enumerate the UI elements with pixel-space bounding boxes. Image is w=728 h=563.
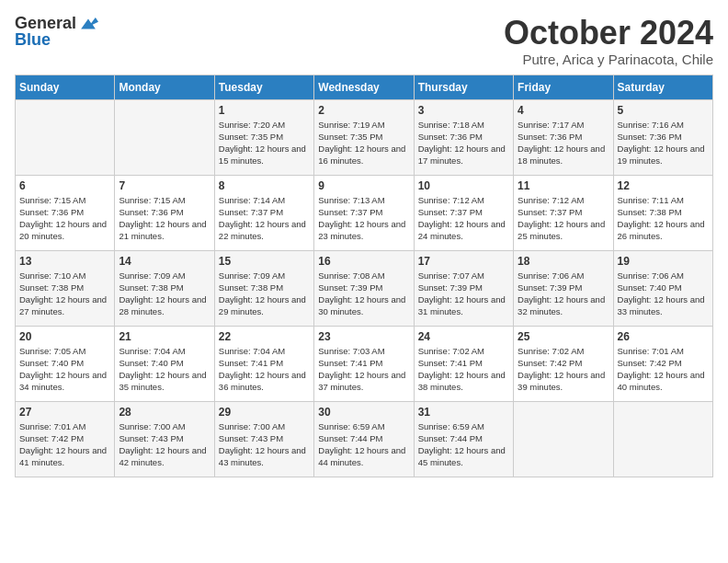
calendar-week-row: 6Sunrise: 7:15 AM Sunset: 7:36 PM Daylig… bbox=[16, 175, 713, 250]
day-info: Sunrise: 7:15 AM Sunset: 7:36 PM Dayligh… bbox=[19, 194, 110, 243]
logo: General Blue bbox=[15, 15, 98, 50]
calendar-cell: 6Sunrise: 7:15 AM Sunset: 7:36 PM Daylig… bbox=[16, 175, 115, 250]
calendar-week-row: 1Sunrise: 7:20 AM Sunset: 7:35 PM Daylig… bbox=[16, 99, 713, 175]
day-number: 20 bbox=[19, 330, 110, 343]
day-number: 24 bbox=[418, 330, 509, 343]
calendar-cell: 4Sunrise: 7:17 AM Sunset: 7:36 PM Daylig… bbox=[514, 99, 613, 175]
header-sunday: Sunday bbox=[16, 75, 115, 99]
logo-bird-icon bbox=[78, 16, 98, 32]
svg-marker-0 bbox=[81, 17, 98, 29]
day-info: Sunrise: 7:09 AM Sunset: 7:38 PM Dayligh… bbox=[119, 270, 210, 318]
calendar-cell: 9Sunrise: 7:13 AM Sunset: 7:37 PM Daylig… bbox=[314, 175, 414, 250]
day-info: Sunrise: 7:02 AM Sunset: 7:41 PM Dayligh… bbox=[418, 345, 509, 394]
month-title: October 2024 bbox=[504, 15, 713, 52]
day-number: 18 bbox=[518, 255, 609, 268]
day-info: Sunrise: 7:19 AM Sunset: 7:35 PM Dayligh… bbox=[318, 119, 409, 167]
day-info: Sunrise: 7:04 AM Sunset: 7:40 PM Dayligh… bbox=[119, 345, 210, 394]
calendar-cell: 14Sunrise: 7:09 AM Sunset: 7:38 PM Dayli… bbox=[115, 250, 214, 326]
day-info: Sunrise: 7:09 AM Sunset: 7:38 PM Dayligh… bbox=[219, 270, 310, 318]
day-number: 29 bbox=[219, 406, 310, 419]
calendar-cell: 8Sunrise: 7:14 AM Sunset: 7:37 PM Daylig… bbox=[214, 175, 313, 250]
calendar-cell: 18Sunrise: 7:06 AM Sunset: 7:39 PM Dayli… bbox=[514, 250, 613, 326]
day-number: 15 bbox=[219, 255, 310, 268]
day-number: 5 bbox=[618, 104, 709, 117]
day-info: Sunrise: 7:20 AM Sunset: 7:35 PM Dayligh… bbox=[219, 119, 310, 167]
day-info: Sunrise: 7:02 AM Sunset: 7:42 PM Dayligh… bbox=[518, 345, 609, 394]
location-title: Putre, Arica y Parinacota, Chile bbox=[504, 52, 713, 67]
day-number: 16 bbox=[318, 255, 409, 268]
title-block: October 2024 Putre, Arica y Parinacota, … bbox=[504, 15, 713, 67]
calendar-cell: 16Sunrise: 7:08 AM Sunset: 7:39 PM Dayli… bbox=[314, 250, 414, 326]
day-info: Sunrise: 7:16 AM Sunset: 7:36 PM Dayligh… bbox=[618, 119, 709, 167]
day-number: 22 bbox=[219, 330, 310, 343]
calendar-cell: 20Sunrise: 7:05 AM Sunset: 7:40 PM Dayli… bbox=[16, 326, 115, 401]
day-number: 4 bbox=[518, 104, 609, 117]
calendar-cell: 7Sunrise: 7:15 AM Sunset: 7:36 PM Daylig… bbox=[115, 175, 214, 250]
day-number: 28 bbox=[119, 406, 210, 419]
calendar-cell: 19Sunrise: 7:06 AM Sunset: 7:40 PM Dayli… bbox=[613, 250, 712, 326]
day-number: 21 bbox=[119, 330, 210, 343]
day-info: Sunrise: 7:06 AM Sunset: 7:40 PM Dayligh… bbox=[618, 270, 709, 318]
day-info: Sunrise: 7:17 AM Sunset: 7:36 PM Dayligh… bbox=[518, 119, 609, 167]
day-info: Sunrise: 7:12 AM Sunset: 7:37 PM Dayligh… bbox=[418, 194, 509, 243]
day-number: 13 bbox=[19, 255, 110, 268]
calendar-week-row: 13Sunrise: 7:10 AM Sunset: 7:38 PM Dayli… bbox=[16, 250, 713, 326]
day-info: Sunrise: 7:00 AM Sunset: 7:43 PM Dayligh… bbox=[119, 420, 210, 469]
logo-blue-text: Blue bbox=[15, 31, 51, 50]
day-info: Sunrise: 7:05 AM Sunset: 7:40 PM Dayligh… bbox=[19, 345, 110, 394]
calendar-header-row: SundayMondayTuesdayWednesdayThursdayFrid… bbox=[16, 75, 713, 99]
calendar-cell bbox=[16, 99, 115, 175]
calendar-cell: 2Sunrise: 7:19 AM Sunset: 7:35 PM Daylig… bbox=[314, 99, 414, 175]
calendar-cell bbox=[514, 401, 613, 477]
day-number: 25 bbox=[518, 330, 609, 343]
calendar-cell: 17Sunrise: 7:07 AM Sunset: 7:39 PM Dayli… bbox=[414, 250, 513, 326]
day-info: Sunrise: 7:10 AM Sunset: 7:38 PM Dayligh… bbox=[19, 270, 110, 318]
calendar-cell: 30Sunrise: 6:59 AM Sunset: 7:44 PM Dayli… bbox=[314, 401, 414, 477]
header-monday: Monday bbox=[115, 75, 214, 99]
day-info: Sunrise: 7:14 AM Sunset: 7:37 PM Dayligh… bbox=[219, 194, 310, 243]
day-info: Sunrise: 7:11 AM Sunset: 7:38 PM Dayligh… bbox=[618, 194, 709, 243]
calendar-cell: 26Sunrise: 7:01 AM Sunset: 7:42 PM Dayli… bbox=[613, 326, 712, 401]
calendar-cell: 13Sunrise: 7:10 AM Sunset: 7:38 PM Dayli… bbox=[16, 250, 115, 326]
calendar-cell: 23Sunrise: 7:03 AM Sunset: 7:41 PM Dayli… bbox=[314, 326, 414, 401]
day-info: Sunrise: 7:03 AM Sunset: 7:41 PM Dayligh… bbox=[318, 345, 409, 394]
day-number: 3 bbox=[418, 104, 509, 117]
day-info: Sunrise: 6:59 AM Sunset: 7:44 PM Dayligh… bbox=[318, 420, 409, 469]
day-info: Sunrise: 7:04 AM Sunset: 7:41 PM Dayligh… bbox=[219, 345, 310, 394]
calendar-cell bbox=[613, 401, 712, 477]
calendar-cell: 3Sunrise: 7:18 AM Sunset: 7:36 PM Daylig… bbox=[414, 99, 513, 175]
header-wednesday: Wednesday bbox=[314, 75, 414, 99]
day-number: 23 bbox=[318, 330, 409, 343]
day-info: Sunrise: 7:00 AM Sunset: 7:43 PM Dayligh… bbox=[219, 420, 310, 469]
calendar-cell: 5Sunrise: 7:16 AM Sunset: 7:36 PM Daylig… bbox=[613, 99, 712, 175]
day-number: 8 bbox=[219, 179, 310, 192]
calendar-cell: 22Sunrise: 7:04 AM Sunset: 7:41 PM Dayli… bbox=[214, 326, 313, 401]
day-info: Sunrise: 7:18 AM Sunset: 7:36 PM Dayligh… bbox=[418, 119, 509, 167]
calendar-cell: 11Sunrise: 7:12 AM Sunset: 7:37 PM Dayli… bbox=[514, 175, 613, 250]
day-number: 12 bbox=[618, 179, 709, 192]
day-info: Sunrise: 7:01 AM Sunset: 7:42 PM Dayligh… bbox=[19, 420, 110, 469]
calendar-cell: 21Sunrise: 7:04 AM Sunset: 7:40 PM Dayli… bbox=[115, 326, 214, 401]
day-number: 19 bbox=[618, 255, 709, 268]
calendar-cell: 1Sunrise: 7:20 AM Sunset: 7:35 PM Daylig… bbox=[214, 99, 313, 175]
header-tuesday: Tuesday bbox=[214, 75, 313, 99]
header-thursday: Thursday bbox=[414, 75, 513, 99]
calendar-cell: 29Sunrise: 7:00 AM Sunset: 7:43 PM Dayli… bbox=[214, 401, 313, 477]
day-number: 31 bbox=[418, 406, 509, 419]
calendar-cell: 12Sunrise: 7:11 AM Sunset: 7:38 PM Dayli… bbox=[613, 175, 712, 250]
calendar-cell: 31Sunrise: 6:59 AM Sunset: 7:44 PM Dayli… bbox=[414, 401, 513, 477]
day-info: Sunrise: 7:08 AM Sunset: 7:39 PM Dayligh… bbox=[318, 270, 409, 318]
day-number: 17 bbox=[418, 255, 509, 268]
day-number: 11 bbox=[518, 179, 609, 192]
calendar-cell: 10Sunrise: 7:12 AM Sunset: 7:37 PM Dayli… bbox=[414, 175, 513, 250]
calendar-cell: 28Sunrise: 7:00 AM Sunset: 7:43 PM Dayli… bbox=[115, 401, 214, 477]
day-number: 2 bbox=[318, 104, 409, 117]
day-number: 1 bbox=[219, 104, 310, 117]
day-number: 10 bbox=[418, 179, 509, 192]
day-number: 6 bbox=[19, 179, 110, 192]
calendar-table: SundayMondayTuesdayWednesdayThursdayFrid… bbox=[15, 75, 713, 477]
day-info: Sunrise: 7:01 AM Sunset: 7:42 PM Dayligh… bbox=[618, 345, 709, 394]
day-number: 7 bbox=[119, 179, 210, 192]
calendar-cell: 24Sunrise: 7:02 AM Sunset: 7:41 PM Dayli… bbox=[414, 326, 513, 401]
day-info: Sunrise: 7:07 AM Sunset: 7:39 PM Dayligh… bbox=[418, 270, 509, 318]
